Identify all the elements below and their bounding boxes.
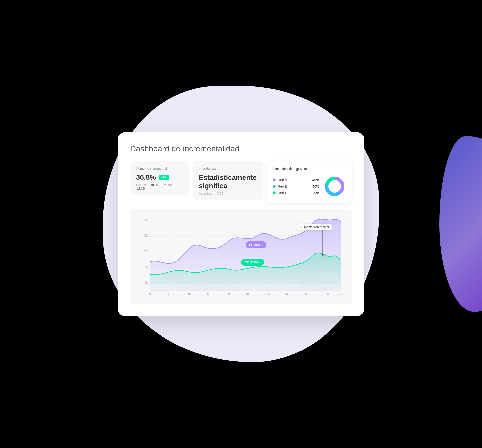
legend-name-red-a: Red A (278, 178, 287, 182)
svg-text:200: 200 (339, 292, 344, 296)
right-decoration-blob (439, 136, 482, 312)
aumento-value-row: 36.8% +7% (136, 173, 183, 181)
legend-dot-red-b (273, 185, 276, 188)
annotation-box: Aumento incremental (297, 224, 332, 230)
aumento-card: Aumento incremental 36.8% +7% Control 18… (130, 161, 189, 195)
svg-text:20k: 20k (143, 249, 148, 253)
dashboard-card: Dashboard de incrementalidad Aumento inc… (118, 132, 364, 316)
svg-text:140: 140 (285, 292, 290, 296)
svg-text:0: 0 (149, 292, 151, 296)
prueba-label: PRUEBA (246, 241, 266, 248)
aumento-badge: +7% (159, 175, 169, 180)
svg-text:30k: 30k (143, 234, 148, 237)
importancia-title: Estadísticamente significa (199, 173, 257, 190)
metrics-row: Aumento incremental 36.8% +7% Control 18… (130, 161, 352, 203)
dashboard-title: Dashboard de incrementalidad (130, 144, 352, 153)
svg-text:180: 180 (324, 292, 329, 296)
control-label: CONTROL (241, 259, 264, 266)
svg-text:40: 40 (188, 292, 191, 296)
importancia-label: Importancia (199, 166, 257, 170)
svg-text:100: 100 (246, 292, 251, 296)
aumento-sub: Control 18.2% Prueba 13.3% (136, 183, 183, 190)
legend-dot-red-c (273, 191, 276, 194)
svg-text:0k: 0k (145, 281, 148, 284)
legend-item-red-c: Red C 20% (273, 191, 319, 195)
donut-svg (323, 175, 346, 198)
control-sub: Control 18.2% (136, 183, 160, 187)
legend-pct-red-b: 40% (312, 184, 319, 188)
grupo-title: Tamaño del grupo (273, 166, 346, 171)
svg-text:160: 160 (305, 292, 309, 296)
grupo-legend: Red A 40% Red B 40% Red C 20% (273, 178, 319, 195)
donut-chart (323, 175, 346, 198)
legend-item-red-a: Red A 40% (273, 178, 319, 182)
annotation-text: Aumento incremental (300, 225, 329, 229)
svg-text:80: 80 (227, 292, 230, 296)
svg-text:40k: 40k (143, 218, 148, 222)
legend-pct-red-c: 20% (312, 191, 319, 195)
legend-pct-red-a: 40% (312, 178, 319, 182)
svg-text:120: 120 (265, 292, 270, 296)
importancia-subtitle: Valor total = 0.05 (199, 192, 257, 195)
importancia-card: Importancia Estadísticamente significa V… (193, 161, 263, 200)
grupo-card: Tamaño del grupo Red A 40% Red B 40% (267, 161, 352, 203)
aumento-label: Aumento incremental (136, 166, 183, 170)
grupo-content: Red A 40% Red B 40% Red C 20% (273, 175, 346, 198)
outer-background: Dashboard de incrementalidad Aumento inc… (0, 0, 482, 448)
aumento-value: 36.8% (136, 173, 156, 181)
svg-text:10k: 10k (143, 265, 148, 269)
svg-text:20: 20 (168, 292, 171, 296)
legend-name-red-b: Red B (278, 184, 287, 188)
legend-item-red-b: Red B 40% (273, 184, 319, 188)
svg-text:60: 60 (207, 292, 211, 296)
chart-area: 40k 30k 20k 10k 0k 0 20 40 60 80 100 120… (130, 209, 352, 304)
legend-name-red-c: Red C (278, 191, 288, 195)
legend-dot-red-a (273, 178, 276, 181)
